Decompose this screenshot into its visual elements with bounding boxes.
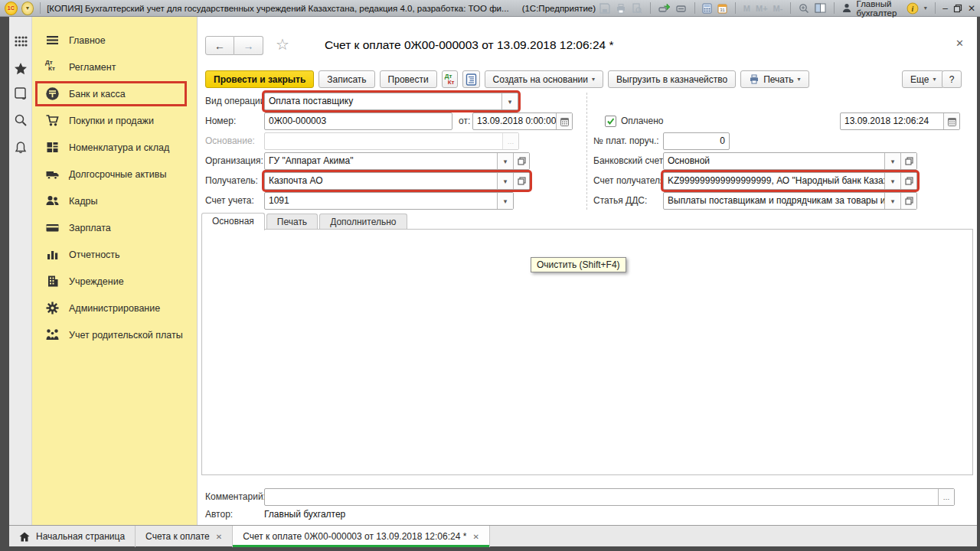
tab-pechat[interactable]: Печать bbox=[266, 214, 318, 230]
notifications-bell-icon[interactable] bbox=[14, 141, 28, 155]
zoom-icon[interactable] bbox=[799, 3, 809, 14]
titlebar-tools: 31 M M+ M- Главный бухгалтер i ▾ – ✕ bbox=[599, 0, 975, 18]
calendar-icon[interactable] bbox=[556, 113, 572, 129]
favorites-star-icon[interactable] bbox=[14, 62, 28, 76]
sidebar-item-administrirovanie[interactable]: Администрирование bbox=[38, 298, 185, 318]
more-button[interactable]: Еще▾ bbox=[902, 70, 944, 88]
tab-osnovnaya[interactable]: Основная bbox=[201, 213, 265, 230]
dropdown-icon[interactable]: ▾ bbox=[884, 193, 900, 209]
sidebar-item-bank-i-kassa[interactable]: Банк и касса bbox=[38, 83, 185, 104]
back-button[interactable]: ← bbox=[205, 36, 234, 55]
column-splitter[interactable] bbox=[586, 93, 587, 210]
split-window-icon[interactable] bbox=[815, 3, 826, 13]
document-structure-button[interactable] bbox=[462, 70, 480, 88]
open-icon[interactable] bbox=[900, 173, 916, 189]
post-button[interactable]: Провести bbox=[380, 70, 437, 88]
taskbar-tab-invoices-list[interactable]: Счета к оплате ✕ bbox=[136, 526, 233, 547]
taskbar-tab-home[interactable]: Начальная страница bbox=[9, 526, 136, 547]
dropdown-icon[interactable]: ▾ bbox=[497, 173, 513, 189]
payment-order-field[interactable]: 0 bbox=[663, 132, 730, 150]
paid-checkbox[interactable] bbox=[605, 116, 616, 127]
chevron-down-icon: ▾ bbox=[933, 76, 936, 83]
open-icon[interactable] bbox=[900, 153, 916, 169]
search-icon[interactable] bbox=[14, 113, 28, 127]
open-icon[interactable] bbox=[513, 173, 529, 189]
dropdown-icon[interactable]: ▾ bbox=[501, 93, 518, 109]
calendar-icon[interactable] bbox=[943, 113, 959, 129]
recipient-account-label: Счет получателя: bbox=[593, 172, 668, 190]
main-menu-button[interactable]: ▼ bbox=[21, 2, 34, 15]
memory-m-minus-button[interactable]: M- bbox=[773, 4, 783, 13]
sidebar-item-zarplata[interactable]: Зарплата bbox=[38, 217, 185, 238]
basis-field[interactable]: … bbox=[264, 132, 519, 150]
dropdown-icon[interactable]: ▾ bbox=[497, 153, 513, 169]
ellipsis-icon[interactable]: … bbox=[938, 489, 954, 505]
sidebar-item-pokupki[interactable]: Покупки и продажи bbox=[38, 110, 185, 131]
print-button[interactable]: Печать▾ bbox=[740, 70, 808, 88]
sidebar-item-glavnoe[interactable]: Главное bbox=[38, 30, 185, 51]
print-icon[interactable] bbox=[616, 3, 626, 14]
operation-type-field[interactable]: Оплата поставщику ▾ bbox=[264, 93, 518, 110]
write-button[interactable]: Записать bbox=[318, 70, 374, 88]
taskbar-tab-invoice-document[interactable]: Счет к оплате 0Ж00-000003 от 13.09.2018 … bbox=[233, 526, 490, 547]
tab-dopolnitelno[interactable]: Дополнительно bbox=[319, 214, 407, 230]
print-preview-icon[interactable] bbox=[632, 3, 642, 14]
history-icon[interactable] bbox=[14, 86, 28, 100]
post-and-close-button[interactable]: Провести и закрыть bbox=[205, 70, 314, 88]
organization-field[interactable]: ГУ "Аппарат Акима" ▾ bbox=[264, 152, 530, 170]
memory-m-plus-button[interactable]: M+ bbox=[756, 4, 768, 13]
sidebar-item-otchetnost[interactable]: Отчетность bbox=[38, 244, 185, 265]
recipient-account-field[interactable]: KZ999999999999999999, АО "Народный банк … bbox=[663, 172, 917, 190]
dropdown-icon[interactable]: ▾ bbox=[497, 193, 513, 209]
sidebar-item-nomenklatura[interactable]: Номенклатура и склад bbox=[38, 137, 185, 158]
cashflow-item-field[interactable]: Выплаты поставщикам и подрядчикам за тов… bbox=[663, 192, 917, 210]
open-icon[interactable] bbox=[513, 153, 529, 169]
close-icon[interactable]: ✕ bbox=[472, 533, 479, 541]
info-icon[interactable]: i bbox=[906, 2, 919, 15]
forward-button[interactable]: → bbox=[234, 36, 263, 55]
titlebar: 1С ▼ [КОПИЯ] Бухгалтерский учет для госу… bbox=[0, 0, 980, 17]
nav-history-buttons: ← → bbox=[205, 36, 263, 55]
current-user-label[interactable]: Главный бухгалтер bbox=[857, 0, 901, 18]
help-button[interactable]: ? bbox=[942, 70, 962, 88]
paid-date-field[interactable]: 13.09.2018 12:06:24 bbox=[840, 112, 960, 130]
sidebar-item-label: Номенклатура и склад bbox=[69, 142, 169, 153]
recipient-field[interactable]: Казпочта АО ▾ bbox=[264, 172, 530, 190]
save-icon[interactable] bbox=[599, 3, 610, 14]
ellipsis-icon[interactable]: … bbox=[502, 133, 518, 149]
dt-kt-button[interactable]: ДтКт bbox=[442, 70, 458, 88]
close-form-icon[interactable]: ✕ bbox=[956, 37, 964, 49]
go-link-icon[interactable] bbox=[675, 3, 687, 13]
close-icon[interactable]: ✕ bbox=[216, 533, 222, 541]
sidebar-item-kadry[interactable]: Кадры bbox=[38, 191, 185, 211]
account-field[interactable]: 1091 ▾ bbox=[264, 192, 514, 210]
close-window-button[interactable]: ✕ bbox=[968, 4, 975, 13]
calendar-icon[interactable]: 31 bbox=[717, 3, 727, 14]
date-from-field[interactable]: 13.09.2018 0:00:00 bbox=[472, 112, 573, 130]
apps-grid-icon[interactable] bbox=[14, 34, 28, 48]
create-based-on-button[interactable]: Создать на основании▾ bbox=[485, 70, 604, 88]
dropdown-icon[interactable]: ▾ bbox=[884, 173, 900, 189]
sidebar-item-uchrezhdenie[interactable]: Учреждение bbox=[38, 271, 185, 292]
open-icon[interactable] bbox=[900, 193, 916, 209]
chevron-down-icon: ▾ bbox=[798, 76, 801, 83]
calculator-icon[interactable] bbox=[702, 3, 712, 14]
sidebar-item-aktivy[interactable]: Долгосрочные активы bbox=[38, 164, 185, 184]
number-field[interactable]: 0Ж00-000003 bbox=[264, 112, 452, 130]
dropdown-icon[interactable]: ▾ bbox=[884, 153, 900, 169]
app-window: 1С ▼ [КОПИЯ] Бухгалтерский учет для госу… bbox=[0, 0, 980, 551]
family-icon bbox=[45, 328, 60, 342]
get-link-icon[interactable] bbox=[658, 3, 670, 13]
bank-account-field[interactable]: Основной ▾ bbox=[663, 152, 917, 170]
minimize-button[interactable]: – bbox=[942, 4, 948, 13]
info-dropdown-icon[interactable]: ▾ bbox=[924, 5, 927, 11]
sidebar-item-label: Зарплата bbox=[69, 223, 111, 233]
comment-field[interactable]: … bbox=[264, 488, 955, 506]
sidebar-item-reglament[interactable]: ДтКт Регламент bbox=[38, 57, 185, 77]
sidebar-item-roditelskaya-plata[interactable]: Учет родительской платы bbox=[38, 324, 185, 345]
restore-button[interactable] bbox=[953, 4, 962, 13]
memory-m-button[interactable]: M bbox=[743, 4, 750, 13]
favorite-star-icon[interactable]: ☆ bbox=[276, 36, 289, 53]
paid-checkbox-row[interactable]: Оплачено bbox=[605, 116, 663, 127]
upload-to-treasury-button[interactable]: Выгрузить в казначейство bbox=[608, 70, 736, 88]
